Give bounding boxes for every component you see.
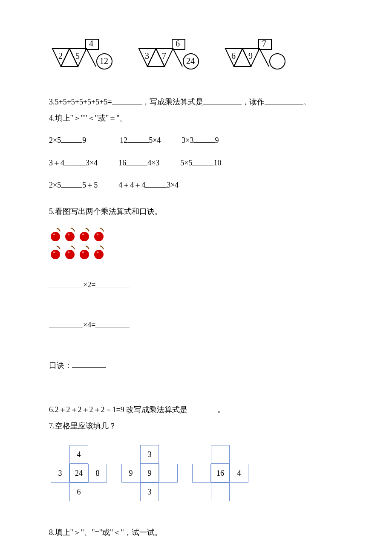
blank[interactable] bbox=[49, 318, 83, 328]
blank[interactable] bbox=[203, 95, 242, 104]
blank[interactable] bbox=[61, 134, 82, 143]
cross-puzzle: 3 9 9 3 bbox=[120, 445, 179, 505]
cherry-icon bbox=[78, 245, 91, 260]
svg-point-20 bbox=[65, 232, 75, 241]
blank[interactable] bbox=[126, 156, 147, 165]
cell-bottom[interactable]: 6 bbox=[69, 483, 88, 501]
q3-number: 3. bbox=[49, 98, 55, 106]
svg-point-22 bbox=[80, 232, 89, 241]
pair-l: 2×5 bbox=[49, 181, 61, 189]
q5-eq1: ×2= bbox=[49, 278, 343, 292]
blank[interactable] bbox=[145, 178, 167, 188]
tri-a: 6 bbox=[231, 51, 236, 61]
tri-out: 24 bbox=[186, 56, 195, 66]
q5-eq2: ×4= bbox=[49, 318, 343, 332]
cell-left[interactable]: 9 bbox=[121, 464, 140, 483]
svg-point-26 bbox=[51, 250, 60, 259]
blank[interactable] bbox=[49, 278, 83, 288]
svg-line-15 bbox=[259, 49, 269, 66]
svg-line-9 bbox=[173, 49, 182, 66]
cell-center[interactable]: 16 bbox=[211, 464, 230, 483]
blank[interactable] bbox=[112, 95, 142, 104]
cell-top[interactable] bbox=[211, 445, 230, 464]
blank[interactable] bbox=[192, 156, 213, 165]
q4-row: 2×55＋5 4＋4＋43×4 bbox=[49, 178, 343, 192]
blank[interactable] bbox=[265, 95, 303, 104]
q3-expr: 5+5+5+5+5+5+5= bbox=[55, 98, 112, 106]
pair-r: 9 bbox=[82, 136, 86, 145]
blank[interactable] bbox=[193, 134, 215, 143]
pair-l: 3＋4 bbox=[49, 159, 64, 167]
cell-top[interactable]: 3 bbox=[140, 445, 159, 464]
blank[interactable] bbox=[64, 156, 86, 165]
blank[interactable] bbox=[187, 403, 217, 412]
svg-point-23 bbox=[82, 234, 84, 235]
cherry-row bbox=[49, 227, 343, 242]
cell-right[interactable] bbox=[159, 464, 178, 483]
q5-label: 5.看图写出两个乘法算式和口诀。 bbox=[49, 204, 343, 219]
question-3: 3.5+5+5+5+5+5+5=，写成乘法算式是，读作。 bbox=[49, 95, 343, 109]
svg-line-3 bbox=[86, 49, 96, 66]
tri-a: 3 bbox=[145, 51, 149, 61]
tri-out: 12 bbox=[100, 56, 108, 66]
q6-expr: 2＋2＋2＋2＋2－1=9 改写成乘法算式是 bbox=[55, 405, 188, 414]
cell-right[interactable]: 4 bbox=[230, 464, 248, 483]
tri-b: 9 bbox=[248, 51, 253, 61]
q5-eq1-mid: ×2= bbox=[83, 280, 95, 289]
blank[interactable] bbox=[127, 134, 149, 143]
q6-suffix: 。 bbox=[217, 405, 225, 414]
q4-label: 4.填上"＞""＜"或"＝"。 bbox=[49, 111, 343, 125]
question-6: 6.2＋2＋2＋2＋2－1=9 改写成乘法算式是。 bbox=[49, 402, 343, 417]
svg-point-19 bbox=[53, 234, 55, 235]
tri-top: 4 bbox=[89, 39, 93, 48]
cell-right[interactable]: 8 bbox=[88, 464, 107, 483]
cross-row: 4 3 24 8 6 3 9 9 3 16 4 bbox=[49, 445, 343, 505]
svg-point-32 bbox=[94, 250, 104, 259]
cherry-icon bbox=[92, 245, 105, 260]
tri-b: 5 bbox=[75, 51, 80, 61]
q4-row: 2×59 125×4 3×39 bbox=[49, 133, 343, 147]
mnemonic-label: 口诀： bbox=[49, 361, 72, 370]
tri-b: 7 bbox=[162, 51, 166, 61]
svg-point-30 bbox=[80, 250, 89, 259]
cross-puzzle: 16 4 bbox=[190, 445, 250, 505]
cell-left[interactable]: 3 bbox=[51, 464, 69, 483]
svg-point-21 bbox=[68, 234, 69, 235]
triangle-unit: 2 5 4 12 bbox=[49, 45, 124, 71]
cell-bottom[interactable] bbox=[211, 483, 230, 501]
cell-left[interactable] bbox=[192, 464, 211, 483]
cell-center[interactable]: 24 bbox=[69, 464, 88, 483]
blank[interactable] bbox=[95, 318, 130, 328]
blank[interactable] bbox=[95, 278, 130, 288]
tri-top: 7 bbox=[262, 39, 266, 48]
cherry-icon bbox=[49, 245, 62, 260]
triangle-puzzle-row: 2 5 4 12 3 7 6 24 6 9 bbox=[49, 45, 343, 71]
svg-point-25 bbox=[97, 234, 98, 235]
cherry-icon bbox=[49, 227, 62, 242]
cell-top[interactable]: 4 bbox=[69, 445, 88, 464]
cherry-icon bbox=[92, 227, 105, 242]
svg-point-28 bbox=[65, 250, 75, 259]
q3-seg2: ，读作 bbox=[242, 98, 265, 106]
question-5: 5.看图写出两个乘法算式和口诀。 ×2= ×4= 口诀： bbox=[49, 204, 343, 373]
pair-r: 5×4 bbox=[149, 136, 161, 145]
pair-r: 3×4 bbox=[167, 181, 179, 189]
blank[interactable] bbox=[72, 358, 106, 368]
q3-seg3: 。 bbox=[303, 98, 311, 106]
pair-l: 2×5 bbox=[49, 136, 61, 145]
cell-center[interactable]: 9 bbox=[140, 464, 159, 483]
triangle-unit: 6 9 7 bbox=[222, 45, 297, 71]
q8-label: 8.填上"＞"、"="或"＜"，试一试。 bbox=[49, 525, 343, 540]
tri-a: 2 bbox=[58, 51, 63, 61]
q4-row: 3＋43×4 164×3 5×510 bbox=[49, 156, 343, 170]
pair-r: 3×4 bbox=[86, 159, 98, 167]
svg-point-29 bbox=[68, 251, 69, 253]
cross-puzzle: 4 3 24 8 6 bbox=[49, 445, 109, 505]
pair-l: 4＋4＋4 bbox=[118, 181, 145, 189]
pair-l: 3×3 bbox=[182, 136, 193, 145]
cell-bottom[interactable]: 3 bbox=[140, 483, 159, 501]
svg-point-27 bbox=[53, 251, 55, 253]
q5-mnemonic: 口诀： bbox=[49, 358, 343, 373]
blank[interactable] bbox=[61, 178, 82, 188]
svg-point-17 bbox=[270, 54, 285, 69]
